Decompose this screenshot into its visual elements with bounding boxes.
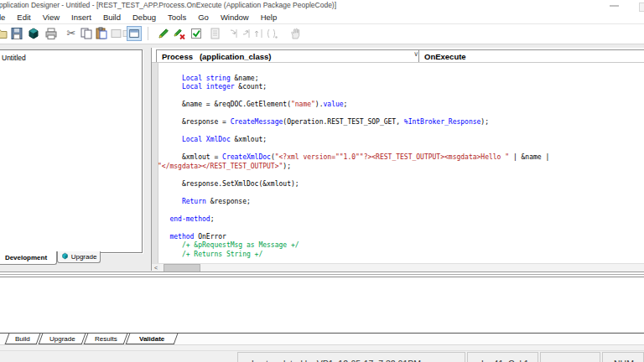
paste-icon[interactable] (94, 26, 109, 41)
menu-go[interactable]: Go (192, 11, 215, 23)
status-position-pane: Ln 41, Col 1 (467, 352, 538, 362)
toolbar: ✂ (0, 24, 644, 44)
scroll-left-icon[interactable]: < (152, 264, 160, 272)
minimize-icon[interactable] (610, 5, 619, 7)
menu-tools[interactable]: Tools (162, 11, 192, 23)
format-document-disabled-icon[interactable] (207, 26, 222, 41)
code-line (158, 224, 644, 233)
status-numlock-pane: NUM (602, 352, 644, 362)
scope-dropdown[interactable]: Process (application_class) ∨ (156, 49, 423, 63)
status-last-updated: Last updated by VP1, 12-05-17, 7:32:01PM (238, 359, 421, 362)
menu-build[interactable]: Build (97, 11, 127, 23)
scope-dropdown-value: Process (application_class) (162, 52, 271, 61)
main-area-bottom-border (0, 272, 644, 272)
menu-view[interactable]: View (37, 11, 65, 23)
code-line (158, 206, 644, 215)
output-tab-bar: Build Upgrade Results Validate (0, 333, 644, 345)
peoplecode-editor: Process (application_class) ∨ OnExecute … (151, 48, 644, 271)
horizontal-scrollbar[interactable]: < (152, 263, 644, 272)
code-area[interactable]: Local string &name; Local integer &count… (158, 65, 644, 263)
menu-file[interactable]: File (0, 11, 11, 23)
copy-icon[interactable] (79, 26, 94, 41)
code-line: &xmlout = CreateXmlDoc("<?xml version=""… (158, 153, 644, 163)
menu-help[interactable]: Help (255, 11, 283, 23)
title-bar: Application Designer - Untitled - [REST_… (0, 0, 644, 12)
code-line: &name = &reqDOC.GetElement("name").value… (158, 101, 644, 110)
code-line: Local string &name; (158, 75, 644, 84)
status-cursor-position: Ln 41, Col 1 (468, 359, 529, 362)
status-bar: Last updated by VP1, 12-05-17, 7:32:01PM… (0, 350, 644, 362)
code-line: /+ Returns String +/ (158, 251, 644, 260)
code-line (158, 92, 644, 101)
tab-development-label: Development (5, 254, 47, 261)
window-title: Application Designer - Untitled - [REST_… (0, 1, 336, 9)
output-splitter-line[interactable] (0, 274, 644, 275)
status-empty-pane (540, 352, 600, 362)
code-line: method OnError (158, 233, 644, 242)
validate-checkbox-icon[interactable] (189, 26, 204, 41)
code-line: Local XmlDoc &xmlout; (158, 136, 644, 145)
tab-development[interactable]: Development (0, 251, 57, 265)
save-icon[interactable] (9, 26, 24, 41)
output-tab-upgrade[interactable]: Upgrade (39, 334, 86, 344)
application-designer-window: { "window": { "title": "Application Desi… (0, 0, 644, 362)
upgrade-cube-icon (61, 252, 69, 261)
project-workspace-panel: Untitled (0, 49, 143, 253)
open-project-icon[interactable] (0, 26, 8, 41)
output-window (0, 277, 644, 333)
code-line: Local integer &count; (158, 83, 644, 92)
cut-icon[interactable]: ✂ (64, 26, 79, 41)
code-line (158, 65, 644, 75)
delete-peoplecode-pencil-x-icon[interactable] (172, 26, 187, 41)
menu-debug[interactable]: Debug (127, 11, 162, 23)
code-line (158, 189, 644, 198)
edit-peoplecode-pencil-icon[interactable] (156, 26, 171, 41)
code-line: "</msgdata></REST_TEST_OUTPUT>"); (158, 163, 644, 172)
project-tree-root[interactable]: Untitled (2, 54, 26, 62)
menu-window[interactable]: Window (215, 11, 255, 23)
code-line: &response.SetXmlDoc(&xmlout); (158, 180, 644, 189)
status-message-pane: Last updated by VP1, 12-05-17, 7:32:01PM (237, 352, 465, 362)
code-line: Return &response; (158, 198, 644, 207)
stop-hand-disabled-icon[interactable] (288, 26, 303, 41)
code-line (158, 110, 644, 119)
code-line: &response = CreateMessage(Operation.REST… (158, 118, 644, 127)
code-line (158, 145, 644, 154)
output-tab-validate[interactable]: Validate (126, 334, 179, 344)
menu-bar: File Edit View Insert Build Debug Tools … (0, 11, 283, 23)
event-dropdown[interactable]: OnExecute (418, 49, 644, 63)
tab-upgrade[interactable]: Upgrade (57, 251, 101, 263)
event-dropdown-value: OnExecute (424, 52, 466, 61)
code-line (158, 127, 644, 137)
print-icon[interactable] (44, 26, 59, 41)
toolbar-separator (148, 27, 148, 40)
code-line: end-method; (158, 215, 644, 225)
output-tab-results[interactable]: Results (84, 334, 128, 344)
output-tab-build[interactable]: Build (5, 334, 41, 344)
tab-upgrade-label: Upgrade (71, 253, 97, 261)
run-to-cursor-disabled-icon[interactable] (264, 26, 279, 41)
window-control-icon[interactable] (639, 3, 644, 12)
code-line (158, 171, 644, 180)
editor-header-divider (152, 62, 644, 63)
status-num-lock: NUM (603, 359, 634, 362)
menu-insert[interactable]: Insert (65, 11, 97, 23)
menu-edit[interactable]: Edit (11, 11, 36, 23)
project-cube-icon[interactable] (26, 26, 41, 41)
window-toggle-icon[interactable] (127, 26, 142, 41)
code-line: /+ &pRequestMsg as Message +/ (158, 241, 644, 251)
